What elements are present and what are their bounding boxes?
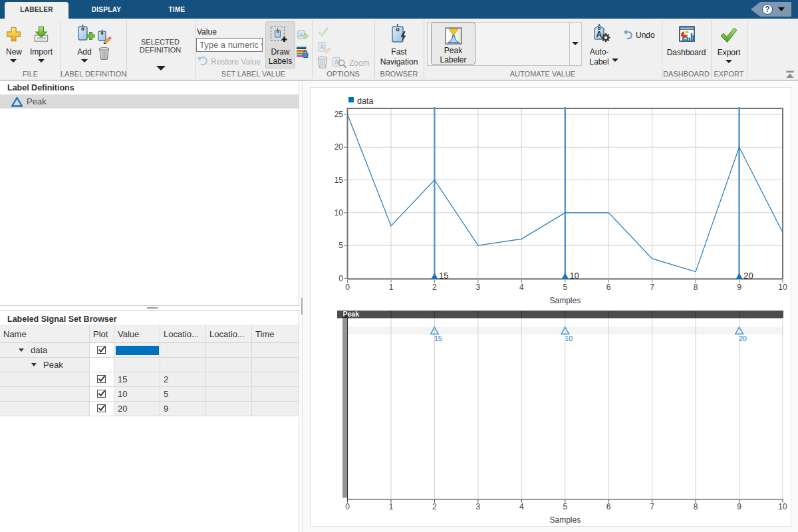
svg-text:25: 25 <box>334 110 344 119</box>
svg-text:data: data <box>357 96 373 106</box>
svg-text:6: 6 <box>606 283 611 292</box>
svg-text:A: A <box>320 43 325 51</box>
svg-text:10: 10 <box>334 208 344 217</box>
svg-text:Samples: Samples <box>549 515 581 525</box>
svg-text:10: 10 <box>565 334 573 342</box>
svg-text:20: 20 <box>334 142 344 152</box>
svg-text:0: 0 <box>345 283 350 292</box>
svg-text:5: 5 <box>563 502 567 511</box>
svg-text:A: A <box>597 30 602 39</box>
svg-text:3: 3 <box>476 283 481 292</box>
svg-text:4: 4 <box>519 502 524 511</box>
svg-text:10: 10 <box>778 502 787 511</box>
svg-text:2: 2 <box>432 283 437 292</box>
svg-text:A: A <box>334 59 338 66</box>
svg-text:20: 20 <box>739 334 747 342</box>
svg-text:0: 0 <box>338 274 343 283</box>
svg-text:7: 7 <box>650 502 654 511</box>
svg-text:10: 10 <box>569 271 579 281</box>
svg-text:8: 8 <box>694 283 698 292</box>
svg-text:1: 1 <box>389 502 394 511</box>
svg-text:Samples: Samples <box>549 296 581 305</box>
svg-text:4: 4 <box>519 283 524 292</box>
svg-text:Peak: Peak <box>343 310 360 318</box>
svg-text:15: 15 <box>334 176 344 185</box>
svg-text:1: 1 <box>389 283 394 292</box>
svg-text:5: 5 <box>563 283 567 292</box>
svg-text:20: 20 <box>743 271 753 281</box>
svg-text:8: 8 <box>694 502 698 511</box>
svg-text:0: 0 <box>345 502 350 511</box>
svg-text:3: 3 <box>476 502 481 511</box>
svg-text:10: 10 <box>778 283 787 292</box>
svg-text:7: 7 <box>650 283 654 292</box>
svg-text:5: 5 <box>338 241 343 250</box>
svg-text:15: 15 <box>434 334 442 342</box>
svg-text:9: 9 <box>737 283 741 292</box>
svg-text:15: 15 <box>439 271 448 281</box>
svg-text:9: 9 <box>737 502 741 511</box>
svg-text:6: 6 <box>606 502 611 511</box>
svg-text:2: 2 <box>432 502 437 511</box>
